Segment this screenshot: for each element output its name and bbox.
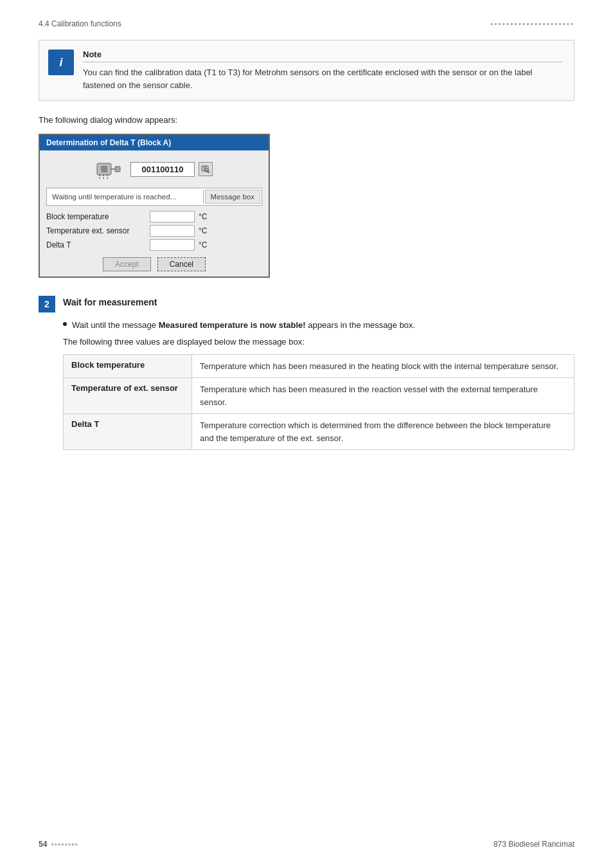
block-temp-unit: °C — [199, 212, 207, 221]
table-cell-label: Temperature of ext. sensor — [64, 378, 192, 414]
page-number: 54 — [39, 840, 47, 849]
step-2-bullet: Wait until the message Measured temperat… — [63, 319, 574, 332]
svg-rect-3 — [115, 167, 120, 172]
cancel-button[interactable]: Cancel — [157, 257, 206, 271]
section-title: 4.4 Calibration functions — [39, 19, 121, 28]
sensor-value-input[interactable]: 001100110 — [130, 162, 195, 177]
bullet-bold-text: Measured temperature is now stable! — [159, 320, 306, 330]
header-decoration: ▪▪▪▪▪▪▪▪▪▪▪▪▪▪▪▪▪▪▪▪▪ — [490, 19, 574, 28]
sensor-browse-button[interactable] — [199, 162, 213, 176]
table-cell-desc: Temperature which has been measured in t… — [192, 354, 574, 378]
delta-t-unit: °C — [199, 240, 207, 249]
footer-product: 873 Biodiesel Rancimat — [493, 840, 574, 849]
field-row-ext-sensor: Temperature ext. sensor °C — [46, 225, 262, 237]
ext-sensor-unit: °C — [199, 226, 207, 235]
footer-left: 54 ▪▪▪▪▪▪▪▪ — [39, 840, 78, 849]
page-footer: 54 ▪▪▪▪▪▪▪▪ 873 Biodiesel Rancimat — [39, 840, 574, 849]
step-2-desc: The following three values are displayed… — [63, 337, 574, 347]
dialog-titlebar: Determination of Delta T (Block A) — [40, 135, 269, 150]
note-text: You can find the calibration data (T1 to… — [83, 66, 562, 91]
table-cell-label: Block temperature — [64, 354, 192, 378]
table-cell-desc: Temperature which has been measured in t… — [192, 378, 574, 414]
dialog-window: Determination of Delta T (Block A) 00110… — [39, 134, 270, 278]
dialog-buttons: Accept Cancel — [46, 257, 262, 271]
sensor-icon — [96, 157, 127, 181]
delta-t-label: Delta T — [46, 240, 146, 249]
block-temp-input[interactable] — [150, 211, 195, 222]
accept-button[interactable]: Accept — [103, 257, 151, 271]
step-2-header: 2 Wait for measurement — [39, 296, 574, 312]
ext-sensor-label: Temperature ext. sensor — [46, 226, 146, 235]
field-row-delta-t: Delta T °C — [46, 239, 262, 251]
page-header: 4.4 Calibration functions ▪▪▪▪▪▪▪▪▪▪▪▪▪▪… — [39, 19, 574, 28]
block-temp-label: Block temperature — [46, 212, 146, 221]
table-cell-desc: Temperature correction which is determin… — [192, 414, 574, 450]
note-content: Note You can find the calibration data (… — [83, 50, 562, 91]
delta-t-input[interactable] — [150, 239, 195, 251]
table-row: Delta T Temperature correction which is … — [64, 414, 574, 450]
dialog-fields: Block temperature °C Temperature ext. se… — [46, 211, 262, 251]
note-icon: i — [48, 50, 74, 75]
field-row-block-temp: Block temperature °C — [46, 211, 262, 222]
dialog-intro: The following dialog window appears: — [39, 115, 574, 125]
note-box: i Note You can find the calibration data… — [39, 40, 574, 101]
step-number: 2 — [39, 296, 55, 312]
bullet-text: Wait until the message Measured temperat… — [72, 319, 415, 332]
step-2-section: 2 Wait for measurement Wait until the me… — [39, 296, 574, 450]
svg-rect-1 — [101, 166, 107, 172]
bullet-dot — [63, 322, 67, 326]
table-cell-label: Delta T — [64, 414, 192, 450]
message-box-label: Message box — [205, 190, 260, 204]
table-row: Temperature of ext. sensor Temperature w… — [64, 378, 574, 414]
dialog-message-row: Waiting until temperature is reached... … — [46, 188, 262, 206]
dialog-body: 001100110 Waiting until temperature is r… — [40, 150, 269, 276]
note-title: Note — [83, 50, 562, 62]
sensor-row: 001100110 — [46, 157, 262, 181]
table-row: Block temperature Temperature which has … — [64, 354, 574, 378]
step-2-title: Wait for measurement — [63, 296, 157, 307]
info-table: Block temperature Temperature which has … — [63, 354, 574, 451]
footer-dots: ▪▪▪▪▪▪▪▪ — [51, 840, 78, 849]
ext-sensor-input[interactable] — [150, 225, 195, 237]
dialog-message-text: Waiting until temperature is reached... — [47, 190, 204, 203]
